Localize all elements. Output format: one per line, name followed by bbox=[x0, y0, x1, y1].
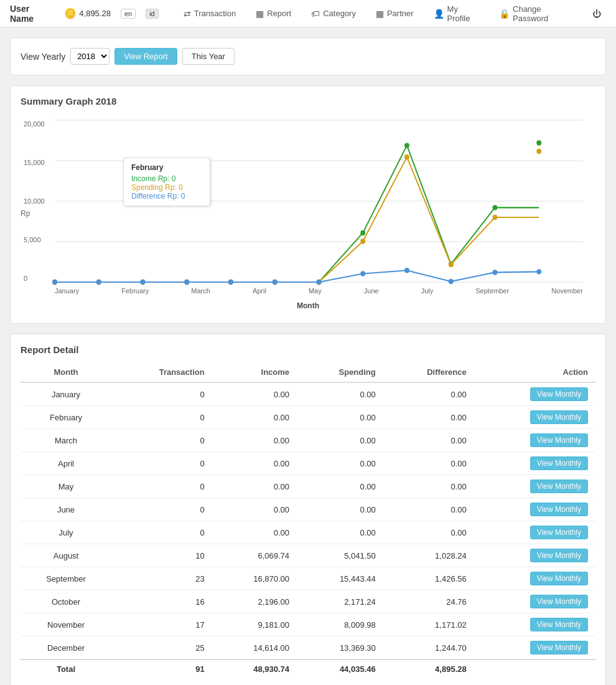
col-month: Month bbox=[21, 362, 111, 382]
cell-spending: 0.00 bbox=[297, 406, 383, 429]
view-monthly-button[interactable]: View Monthly bbox=[530, 503, 588, 516]
table-row: April 0 0.00 0.00 0.00 View Monthly bbox=[21, 452, 595, 475]
partner-link[interactable]: ▦ Partner bbox=[371, 6, 419, 21]
table-row: October 16 2,196.00 2,171.24 24.76 View … bbox=[21, 590, 595, 613]
cell-month: March bbox=[21, 429, 111, 452]
view-monthly-button[interactable]: View Monthly bbox=[530, 572, 588, 585]
total-transaction: 91 bbox=[111, 659, 212, 678]
profile-link[interactable]: 👤 My Profile bbox=[429, 2, 484, 26]
transaction-link-label: Transaction bbox=[194, 9, 236, 18]
category-link[interactable]: 🏷 Category bbox=[306, 6, 361, 21]
cell-month: November bbox=[21, 613, 111, 636]
view-monthly-button[interactable]: View Monthly bbox=[530, 526, 588, 539]
cell-transaction: 0 bbox=[111, 382, 212, 406]
report-link[interactable]: ▦ Report bbox=[251, 6, 296, 21]
table-row: June 0 0.00 0.00 0.00 View Monthly bbox=[21, 498, 595, 521]
view-monthly-button[interactable]: View Monthly bbox=[530, 410, 588, 424]
col-income: Income bbox=[212, 362, 297, 382]
svg-point-24 bbox=[360, 239, 365, 243]
cell-action: View Monthly bbox=[474, 636, 595, 660]
table-row: September 23 16,870.00 15,443.44 1,426.5… bbox=[21, 567, 595, 590]
cell-difference: 1,171.02 bbox=[383, 613, 474, 636]
cell-income: 16,870.00 bbox=[212, 567, 297, 590]
svg-point-31 bbox=[141, 280, 146, 285]
cell-difference: 24.76 bbox=[383, 590, 474, 613]
view-report-button[interactable]: View Report bbox=[114, 48, 177, 65]
lang-id-button[interactable]: id bbox=[146, 9, 159, 19]
view-monthly-button[interactable]: View Monthly bbox=[530, 387, 588, 401]
x-axis-title: Month bbox=[297, 301, 319, 310]
cell-action: View Monthly bbox=[474, 406, 595, 429]
profile-icon: 👤 bbox=[434, 9, 444, 19]
cell-transaction: 0 bbox=[111, 429, 212, 452]
chart-container: Rp 20,000 15,000 10,000 5,000 0 bbox=[21, 114, 595, 313]
profile-link-label: My Profile bbox=[447, 4, 479, 23]
top-navigation: User Name 🪙 4,895.28 en id ⇄ Transaction… bbox=[0, 0, 616, 27]
transaction-link[interactable]: ⇄ Transaction bbox=[179, 6, 241, 21]
cell-transaction: 0 bbox=[111, 498, 212, 521]
cell-difference: 0.00 bbox=[383, 429, 474, 452]
col-spending: Spending bbox=[297, 362, 383, 382]
svg-point-32 bbox=[184, 280, 189, 285]
cell-spending: 0.00 bbox=[297, 521, 383, 544]
svg-point-35 bbox=[317, 280, 322, 285]
cell-income: 0.00 bbox=[212, 521, 297, 544]
tooltip-month: February bbox=[131, 163, 202, 172]
logout-link[interactable]: ⏻ bbox=[587, 6, 606, 21]
chart-svg-container: February Income Rp: 0 Spending Rp: 0 Dif… bbox=[55, 120, 583, 282]
cell-transaction: 23 bbox=[111, 567, 212, 590]
view-monthly-button[interactable]: View Monthly bbox=[530, 641, 588, 654]
svg-point-39 bbox=[492, 270, 497, 275]
svg-point-27 bbox=[492, 215, 497, 220]
cell-income: 0.00 bbox=[212, 382, 297, 406]
x-axis-labels: January February March April May June Ju… bbox=[55, 287, 583, 295]
view-yearly-label: View Yearly bbox=[21, 52, 65, 62]
cell-month: August bbox=[21, 544, 111, 567]
cell-spending: 15,443.44 bbox=[297, 567, 383, 590]
total-label: Total bbox=[21, 659, 111, 678]
col-transaction: Transaction bbox=[111, 362, 212, 382]
svg-point-33 bbox=[228, 280, 233, 285]
total-income: 48,930.74 bbox=[212, 659, 297, 678]
year-select[interactable]: 2018 2017 2019 bbox=[70, 48, 110, 65]
cell-spending: 0.00 bbox=[297, 498, 383, 521]
view-monthly-button[interactable]: View Monthly bbox=[530, 456, 588, 470]
total-difference: 4,895.28 bbox=[383, 659, 474, 678]
cell-transaction: 0 bbox=[111, 475, 212, 498]
table-row: July 0 0.00 0.00 0.00 View Monthly bbox=[21, 521, 595, 544]
cell-difference: 0.00 bbox=[383, 498, 474, 521]
svg-point-30 bbox=[96, 280, 101, 285]
cell-action: View Monthly bbox=[474, 590, 595, 613]
view-monthly-button[interactable]: View Monthly bbox=[530, 549, 588, 562]
cell-income: 9,181.00 bbox=[212, 613, 297, 636]
view-monthly-button[interactable]: View Monthly bbox=[530, 595, 588, 608]
cell-action: View Monthly bbox=[474, 521, 595, 544]
table-row: February 0 0.00 0.00 0.00 View Monthly bbox=[21, 406, 595, 429]
lock-icon: 🔒 bbox=[499, 9, 510, 19]
cell-difference: 0.00 bbox=[383, 382, 474, 406]
cell-action: View Monthly bbox=[474, 544, 595, 567]
cell-income: 0.00 bbox=[212, 452, 297, 475]
svg-point-12 bbox=[360, 230, 365, 235]
col-difference: Difference bbox=[383, 362, 474, 382]
change-password-link[interactable]: 🔒 Change Password bbox=[494, 2, 577, 26]
this-year-button[interactable]: This Year bbox=[182, 48, 235, 65]
cell-income: 0.00 bbox=[212, 429, 297, 452]
svg-point-29 bbox=[52, 280, 57, 285]
cell-month: June bbox=[21, 498, 111, 521]
svg-point-37 bbox=[404, 268, 409, 273]
main-content: View Yearly 2018 2017 2019 View Report T… bbox=[0, 27, 616, 685]
view-monthly-button[interactable]: View Monthly bbox=[530, 433, 588, 447]
cell-action: View Monthly bbox=[474, 382, 595, 406]
total-spending: 44,035.46 bbox=[297, 659, 383, 678]
lang-en-button[interactable]: en bbox=[121, 9, 136, 19]
view-monthly-button[interactable]: View Monthly bbox=[530, 618, 588, 631]
cell-transaction: 17 bbox=[111, 613, 212, 636]
view-monthly-button[interactable]: View Monthly bbox=[530, 479, 588, 493]
transaction-icon: ⇄ bbox=[184, 9, 191, 19]
cell-month: July bbox=[21, 521, 111, 544]
cell-month: April bbox=[21, 452, 111, 475]
table-row: November 17 9,181.00 8,009.98 1,171.02 V… bbox=[21, 613, 595, 636]
cell-month: February bbox=[21, 406, 111, 429]
report-detail-title: Report Detail bbox=[21, 344, 595, 355]
